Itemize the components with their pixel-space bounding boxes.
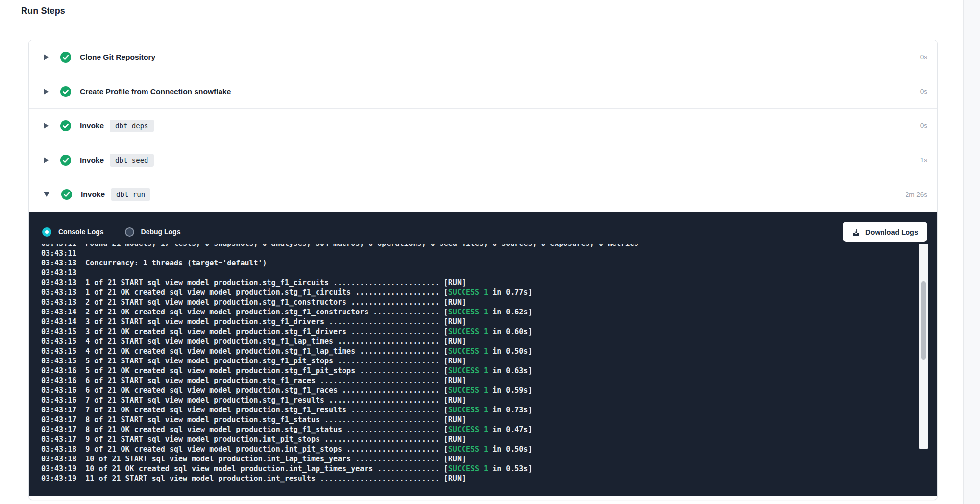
- log-line: 03:43:16 7 of 21 START sql view model pr…: [41, 395, 937, 405]
- log-line: 03:43:15 4 of 21 OK created sql view mod…: [41, 346, 937, 356]
- log-line: 03:43:11 Found 21 models, 17 tests, 0 sn…: [41, 244, 937, 248]
- log-line: 03:43:19 10 of 21 OK created sql view mo…: [41, 464, 937, 474]
- log-line: 03:43:18 10 of 21 START sql view model p…: [41, 454, 937, 464]
- log-line: 03:43:17 8 of 21 OK created sql view mod…: [41, 425, 937, 434]
- chevron-down-icon: [44, 192, 49, 197]
- success-check-icon: [61, 189, 72, 200]
- step-command-badge: dbt seed: [110, 154, 153, 167]
- log-line: 03:43:18 9 of 21 OK created sql view mod…: [41, 444, 937, 454]
- step-row-create-profile[interactable]: Create Profile from Connection snowflake…: [29, 74, 937, 109]
- left-pane-divider: [5, 0, 5, 504]
- console-log-output: 03:43:11 Found 21 models, 17 tests, 0 sn…: [29, 244, 937, 496]
- log-line: 03:43:14 3 of 21 START sql view model pr…: [41, 317, 937, 327]
- log-line: 03:43:15 5 of 21 START sql view model pr…: [41, 356, 937, 366]
- log-line: 03:43:19 11 of 21 START sql view model p…: [41, 474, 937, 483]
- chevron-right-icon: [44, 123, 49, 129]
- step-row-invoke-dbt-run[interactable]: Invoke dbt run 2m 26s: [29, 177, 937, 212]
- log-line: 03:43:13 1 of 21 START sql view model pr…: [41, 278, 937, 288]
- debug-logs-radio[interactable]: Debug Logs: [125, 227, 181, 237]
- success-check-icon: [60, 120, 71, 131]
- download-logs-button[interactable]: Download Logs: [843, 222, 927, 242]
- step-duration: 0s: [920, 53, 927, 61]
- log-line: 03:43:17 9 of 21 START sql view model pr…: [41, 434, 937, 444]
- step-duration: 0s: [920, 122, 927, 129]
- step-command-badge: dbt deps: [110, 120, 153, 132]
- step-label: Create Profile from Connection snowflake: [80, 87, 231, 96]
- log-line: 03:43:15 4 of 21 START sql view model pr…: [41, 336, 937, 346]
- console-header: Console Logs Debug Logs Download Logs: [29, 212, 937, 244]
- log-line: 03:43:16 6 of 21 OK created sql view mod…: [41, 385, 937, 395]
- log-line: 03:43:16 6 of 21 START sql view model pr…: [41, 376, 937, 385]
- log-line: 03:43:15 3 of 21 OK created sql view mod…: [41, 327, 937, 336]
- step-label: Clone Git Repository: [80, 53, 155, 62]
- log-line: 03:43:17 7 of 21 OK created sql view mod…: [41, 405, 937, 415]
- radio-unselected-icon[interactable]: [125, 227, 134, 237]
- step-duration: 0s: [920, 88, 927, 95]
- page-title: Run Steps: [21, 6, 65, 16]
- log-line: 03:43:13: [41, 268, 937, 278]
- log-line: 03:43:17 8 of 21 START sql view model pr…: [41, 415, 937, 425]
- step-duration: 2m 26s: [906, 191, 927, 198]
- log-type-radio-group: Console Logs Debug Logs: [42, 227, 180, 237]
- success-check-icon: [60, 52, 71, 63]
- step-row-invoke-dbt-seed[interactable]: Invoke dbt seed 1s: [29, 143, 937, 177]
- console-logs-label: Console Logs: [58, 228, 104, 236]
- step-row-clone-git-repository[interactable]: Clone Git Repository 0s: [29, 40, 937, 74]
- chevron-right-icon: [44, 89, 49, 95]
- success-check-icon: [60, 155, 71, 166]
- chevron-right-icon: [44, 54, 49, 60]
- log-line: 03:43:13 2 of 21 START sql view model pr…: [41, 297, 937, 307]
- debug-logs-label: Debug Logs: [141, 228, 181, 236]
- log-scrollbar-thumb[interactable]: [921, 281, 926, 360]
- log-scrollbar-track[interactable]: [919, 244, 928, 449]
- step-label: Invoke: [80, 156, 104, 165]
- step-label: Invoke: [81, 190, 105, 199]
- run-steps-card: Clone Git Repository 0s Create Profile f…: [28, 40, 938, 500]
- log-line: 03:43:14 2 of 21 OK created sql view mod…: [41, 307, 937, 317]
- log-line: 03:43:11: [41, 248, 937, 258]
- console-log-panel: Console Logs Debug Logs Download Logs 03…: [29, 212, 937, 496]
- console-logs-radio[interactable]: Console Logs: [42, 227, 104, 237]
- step-duration: 1s: [920, 156, 927, 164]
- step-command-badge: dbt run: [111, 188, 150, 201]
- log-line: 03:43:13 Concurrency: 1 threads (target=…: [41, 258, 937, 268]
- chevron-right-icon: [44, 157, 49, 163]
- download-logs-label: Download Logs: [865, 228, 918, 236]
- log-line: 03:43:13 1 of 21 OK created sql view mod…: [41, 288, 937, 297]
- step-row-invoke-dbt-deps[interactable]: Invoke dbt deps 0s: [29, 109, 937, 143]
- right-page-gutter: [963, 0, 980, 504]
- success-check-icon: [60, 86, 71, 97]
- download-icon: [852, 228, 860, 237]
- step-label: Invoke: [80, 121, 104, 130]
- radio-selected-icon[interactable]: [42, 227, 51, 237]
- log-line: 03:43:16 5 of 21 OK created sql view mod…: [41, 366, 937, 376]
